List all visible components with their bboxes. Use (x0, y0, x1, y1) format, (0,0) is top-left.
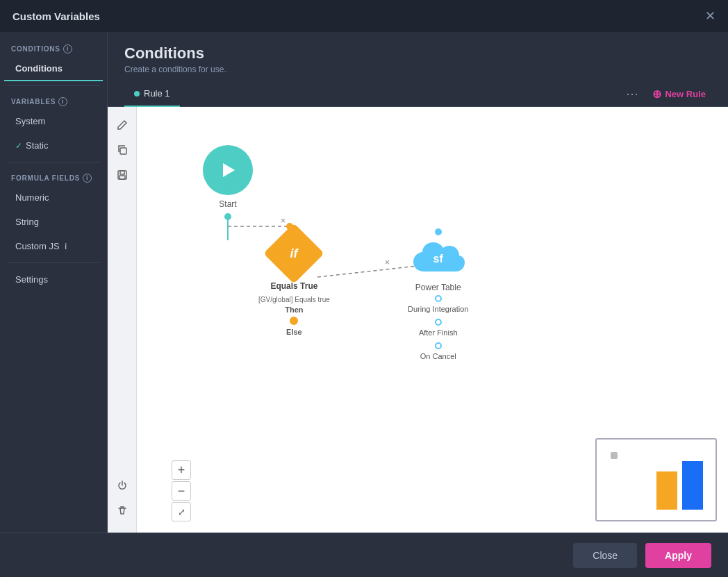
condition-then-dot (290, 317, 298, 325)
close-button[interactable]: Close (573, 543, 637, 568)
tab-rule1-label: Rule 1 (144, 88, 170, 99)
copy-icon (117, 144, 128, 156)
mini-map-inner (597, 440, 715, 520)
cloud-mid-dot (435, 295, 442, 302)
sidebar-section-variables: VARIABLES i (0, 90, 107, 109)
main-content: Conditions Create a conditions for use. … (108, 32, 728, 533)
svg-rect-0 (120, 148, 126, 154)
condition-node[interactable]: if Equals True [GV/global] Equals true T… (258, 232, 330, 336)
sidebar: CONDITIONS i Conditions VARIABLES i Syst… (0, 32, 108, 533)
mini-orange-bar (656, 471, 677, 510)
cloud-cancel-dot (435, 342, 442, 349)
delete-toolbar-btn[interactable] (111, 499, 133, 521)
power-toolbar-btn[interactable] (111, 474, 133, 496)
sidebar-section-conditions: CONDITIONS i (0, 37, 107, 56)
apply-button[interactable]: Apply (645, 543, 711, 568)
cloud-top-dot (435, 228, 442, 235)
start-node[interactable]: Start (203, 145, 253, 220)
then-label: Then (258, 305, 330, 315)
formula-info-icon[interactable]: i (83, 174, 92, 183)
sidebar-item-numeric[interactable]: Numeric (4, 186, 103, 209)
after-label: After Finish (419, 328, 458, 337)
mini-map-indicator (611, 452, 618, 459)
sidebar-item-conditions[interactable]: Conditions (4, 57, 103, 81)
sidebar-divider-1 (7, 85, 100, 86)
custom-variables-modal: Custom Variables ✕ CONDITIONS i Conditio… (0, 0, 728, 577)
modal-footer: Close Apply (0, 533, 728, 577)
play-icon (217, 160, 238, 181)
else-label: Else (286, 328, 302, 336)
more-options-icon[interactable]: ⋯ (623, 83, 641, 104)
condition-diamond[interactable]: if (264, 223, 325, 284)
sidebar-divider-2 (7, 162, 100, 162)
cloud-sf-label: sf (433, 253, 443, 265)
modal-title: Custom Variables (13, 10, 100, 22)
power-icon (117, 480, 128, 491)
page-title: Conditions (124, 44, 711, 62)
sidebar-item-custom-js[interactable]: Custom JS i (4, 235, 103, 258)
power-table-cloud[interactable]: sf (411, 238, 466, 280)
save-icon (117, 169, 128, 181)
svg-rect-2 (120, 171, 124, 174)
new-rule-button[interactable]: ⊕ New Rule (647, 85, 711, 103)
canvas-area: × × (108, 107, 728, 533)
power-table-label: Power Table (415, 283, 461, 292)
svg-rect-3 (119, 176, 125, 179)
conditions-info-icon[interactable]: i (63, 44, 72, 53)
tab-actions: ⋯ ⊕ New Rule (623, 83, 711, 104)
plus-circle-icon: ⊕ (652, 87, 661, 101)
edit-toolbar-btn[interactable] (111, 114, 133, 136)
condition-detail: [GV/global] Equals true (258, 295, 330, 305)
copy-toolbar-btn[interactable] (111, 139, 133, 161)
flow-canvas[interactable]: × × (137, 107, 728, 533)
canvas-toolbar (108, 107, 137, 533)
start-label: Start (219, 199, 236, 209)
customjs-info-icon[interactable]: i (65, 241, 67, 251)
check-icon: ✓ (15, 141, 22, 151)
sidebar-item-string[interactable]: String (4, 210, 103, 233)
condition-info: Equals True [GV/global] Equals true Then (258, 281, 330, 315)
cloud-node[interactable]: sf Power Table During Integration After … (408, 228, 468, 360)
edit-icon (117, 119, 128, 131)
sidebar-divider-3 (7, 262, 100, 263)
zoom-out-button[interactable]: − (172, 481, 191, 501)
new-rule-label: New Rule (665, 89, 706, 99)
sidebar-item-settings[interactable]: Settings (4, 268, 103, 291)
zoom-controls: + − ⤢ (172, 460, 191, 521)
zoom-in-button[interactable]: + (172, 460, 191, 480)
page-subtitle: Create a conditions for use. (124, 65, 711, 74)
svg-text:×: × (281, 216, 286, 226)
tab-active-dot (134, 91, 140, 97)
modal-body: CONDITIONS i Conditions VARIABLES i Syst… (0, 32, 728, 533)
cancel-label: On Cancel (420, 352, 456, 360)
start-dot (224, 213, 231, 220)
start-circle[interactable] (203, 145, 253, 195)
condition-if-label: if (290, 246, 298, 261)
delete-icon (117, 505, 128, 516)
page-header: Conditions Create a conditions for use. (108, 32, 728, 81)
fit-screen-button[interactable]: ⤢ (172, 502, 191, 521)
sidebar-section-formula: FORMULA FIELDS i (0, 167, 107, 185)
tab-rule1[interactable]: Rule 1 (124, 81, 180, 107)
modal-header: Custom Variables ✕ (0, 0, 728, 32)
variables-info-icon[interactable]: i (58, 97, 67, 106)
tabs-bar: Rule 1 ⋯ ⊕ New Rule (108, 81, 728, 107)
cloud-after-dot (435, 319, 442, 326)
during-label: During Integration (408, 305, 468, 313)
svg-marker-11 (223, 163, 235, 177)
toolbar-bottom (111, 474, 133, 526)
sidebar-item-static[interactable]: ✓ Static (4, 134, 103, 157)
save-toolbar-btn[interactable] (111, 164, 133, 186)
sidebar-item-system[interactable]: System (4, 110, 103, 133)
mini-map (595, 438, 717, 521)
mini-blue-bar (682, 461, 703, 510)
svg-text:×: × (385, 258, 390, 267)
close-icon[interactable]: ✕ (705, 8, 715, 24)
